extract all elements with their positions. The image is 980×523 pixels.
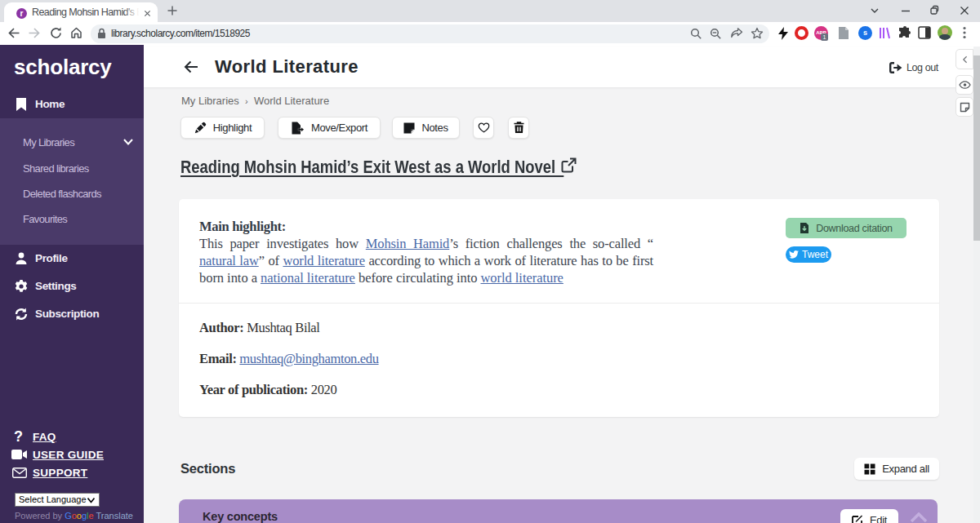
svg-text:?: ? bbox=[14, 429, 23, 445]
